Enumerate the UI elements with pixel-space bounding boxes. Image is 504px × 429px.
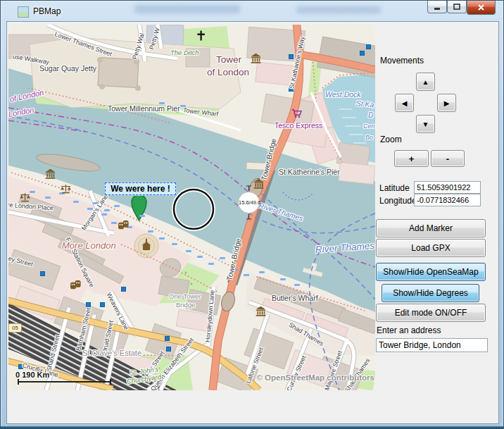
seamark-icon	[40, 271, 45, 276]
map-label: St Olave's Estate	[82, 349, 141, 357]
longitude-input[interactable]	[414, 194, 481, 206]
move-down-button[interactable]: ▼	[416, 115, 435, 133]
map-label: Petty W	[148, 27, 161, 50]
seamark-icon	[165, 336, 170, 341]
latitude-label: Latitude	[379, 183, 410, 193]
move-left-button[interactable]: ◀	[395, 94, 414, 112]
map-label: Morgan's Lane	[80, 193, 109, 232]
maximize-button[interactable]	[447, 1, 467, 13]
map-label: St Katharine's Way	[288, 36, 306, 89]
titlebar-glass-blur	[296, 6, 381, 13]
map-label: Tower Wharf	[182, 106, 218, 118]
road-ref-shield: 05	[8, 323, 22, 332]
seamark-icon	[86, 302, 91, 307]
map-label: West Dock	[325, 90, 361, 99]
seamap-dash	[45, 197, 51, 199]
seamap-dash	[244, 274, 249, 276]
museum-icon	[251, 53, 262, 64]
address-input[interactable]	[376, 338, 488, 352]
seamap-dash	[111, 222, 117, 224]
marker-popup[interactable]: We were here !	[105, 182, 176, 195]
map-label: Petty Wal	[131, 32, 146, 60]
map-label: Barnham Street	[75, 307, 92, 352]
titlebar-glass-blur	[134, 5, 240, 13]
seamark-icon	[360, 51, 365, 56]
scale-bar	[18, 381, 111, 383]
maximize-icon	[453, 4, 460, 10]
map-label: The Ditch	[170, 49, 199, 56]
zoom-label: Zoom	[380, 135, 402, 144]
map-label: More London Place	[8, 201, 53, 211]
bridge-clearance-badge: 15.6/49.6	[238, 192, 260, 213]
map-label: Tooley Street	[8, 251, 34, 268]
window-title: PBMap	[33, 6, 61, 16]
load-gpx-button[interactable]: Load GPX	[376, 239, 486, 257]
seamark-icon	[366, 44, 371, 49]
longitude-label: Longitude	[379, 196, 417, 206]
address-label: Enter an address	[377, 325, 441, 335]
map-label: Sugar Quay Jetty	[39, 64, 96, 73]
toggle-openseamap-button[interactable]: Show/Hide OpenSeaMap	[376, 263, 486, 281]
seamap-dash	[148, 230, 153, 232]
seamark-icon	[166, 347, 171, 352]
movements-label: Movements	[380, 56, 424, 66]
map-label: Tower	[216, 54, 241, 65]
seamap-dash	[197, 256, 203, 258]
seamap-dash	[159, 237, 165, 240]
app-window: PBMap	[0, 0, 504, 429]
app-icon	[18, 6, 29, 18]
move-up-button[interactable]: ▲	[416, 73, 435, 91]
close-button[interactable]	[467, 1, 496, 15]
map-label: One Tower	[169, 292, 201, 300]
map-label: Cen	[363, 123, 375, 130]
map-label: St Ka	[355, 99, 374, 109]
client-area: Puse WalkwayLower Thames StreetPetty Wal…	[6, 21, 499, 424]
latitude-input[interactable]	[414, 181, 481, 194]
map-label-layer: Puse WalkwayLower Thames StreetPetty Wal…	[8, 25, 375, 390]
toggle-degrees-button[interactable]: Show/Hide Degrees	[382, 284, 479, 302]
map-label: St Katherine's Pier	[279, 168, 340, 176]
seamap-dash	[101, 213, 107, 216]
minimize-icon	[434, 4, 441, 10]
museum-icon	[45, 168, 56, 180]
map-canvas[interactable]: Puse WalkwayLower Thames StreetPetty Wal…	[8, 25, 375, 390]
add-marker-button[interactable]: Add Marker	[376, 219, 486, 237]
map-label: River Thames	[258, 201, 304, 223]
seamap-dash	[114, 205, 120, 207]
map-label: Lower Thames Street	[53, 30, 113, 58]
map-label: Tower Millennium Pier	[108, 104, 180, 113]
seamap-dash	[220, 257, 225, 259]
map-label: Tower Bridge	[225, 237, 242, 281]
masks-icon	[118, 220, 130, 231]
map-label: Shad Thames	[287, 321, 325, 347]
map-label: Maguire Street	[323, 350, 344, 390]
move-right-button[interactable]: ▶	[437, 94, 456, 112]
seamap-dash	[186, 250, 191, 252]
zoom-out-button[interactable]: -	[431, 150, 465, 167]
masks-icon	[70, 280, 82, 291]
seamark-icon	[100, 302, 105, 307]
map-label: of London	[207, 67, 249, 77]
zoom-in-button[interactable]: +	[394, 150, 429, 167]
map-label: Curlew Street	[285, 354, 307, 390]
seamap-dash	[73, 201, 79, 203]
museum-icon	[256, 306, 267, 317]
map-label: Tower Bridge	[259, 137, 277, 181]
scales-icon	[61, 184, 72, 195]
minimize-button[interactable]	[427, 1, 447, 13]
edit-mode-button[interactable]: Edit mode ON/OFF	[376, 304, 486, 322]
map-label: Butler's Wharf	[272, 294, 318, 302]
seamap-dash	[139, 215, 145, 217]
seamap-dash	[104, 209, 110, 211]
map-label: River Thames	[315, 240, 374, 255]
map-label: Tesco Express	[275, 121, 322, 130]
map-label: of London	[9, 88, 44, 104]
seamark-icon	[121, 287, 126, 292]
close-icon	[477, 4, 485, 11]
map-label: Bridge	[176, 301, 195, 309]
seamap-dash	[172, 243, 177, 245]
seamap-dash	[259, 271, 265, 273]
seamap-dash	[208, 263, 214, 265]
osm-attribution[interactable]: © OpenStreetMap contributors	[253, 373, 374, 382]
seamap-dash	[294, 284, 300, 286]
